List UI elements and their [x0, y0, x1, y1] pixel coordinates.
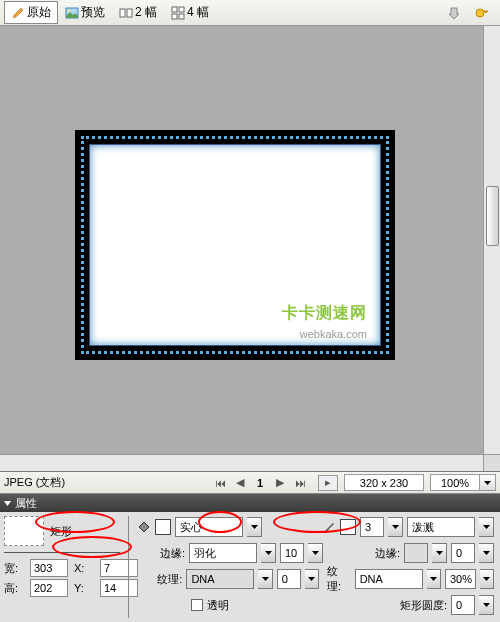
tab-two-up[interactable]: 2 幅: [112, 1, 164, 24]
y-label: Y:: [74, 582, 98, 594]
tab-four-up-label: 4 幅: [187, 4, 209, 21]
pencil-icon: [11, 6, 25, 20]
texture-dropdown-l[interactable]: [258, 569, 272, 589]
tab-two-up-label: 2 幅: [135, 4, 157, 21]
roundness-input[interactable]: 0: [451, 595, 475, 615]
edge-amount-input[interactable]: 10: [280, 543, 304, 563]
fill-type-combo[interactable]: 实心: [175, 517, 243, 537]
width-input[interactable]: [30, 559, 68, 577]
svg-rect-5: [179, 7, 184, 12]
settings-button[interactable]: [468, 3, 496, 23]
nav-page: 1: [250, 475, 270, 491]
texture-combo-r[interactable]: DNA: [355, 569, 423, 589]
vertical-scrollbar[interactable]: [483, 26, 500, 471]
texture-combo-l[interactable]: DNA: [186, 569, 254, 589]
x-label: X:: [74, 562, 98, 574]
tab-original[interactable]: 原始: [4, 1, 58, 24]
nav-next[interactable]: ▶: [270, 475, 290, 491]
svg-rect-6: [172, 14, 177, 19]
image-preview: 卡卡测速网 webkaka.com: [75, 130, 395, 360]
texture-dropdown-r[interactable]: [427, 569, 441, 589]
four-up-icon: [171, 6, 185, 20]
stroke-edge-val-btn[interactable]: [479, 543, 494, 563]
watermark-text: 卡卡测速网: [282, 303, 367, 324]
fill-type-dropdown[interactable]: [247, 517, 262, 537]
texture-val-btn-r[interactable]: [480, 569, 494, 589]
x-input[interactable]: [100, 559, 138, 577]
canvas-area[interactable]: 卡卡测速网 webkaka.com: [0, 26, 500, 472]
edge-amount-btn[interactable]: [308, 543, 323, 563]
status-dimensions: 320 x 230: [344, 474, 424, 491]
properties-title: 属性: [15, 496, 37, 511]
svg-point-8: [476, 9, 484, 17]
transparent-checkbox[interactable]: [191, 599, 203, 611]
stroke-edge-dropdown[interactable]: [432, 543, 447, 563]
stroke-icon: [322, 520, 336, 534]
stroke-edge-label: 边缘:: [375, 546, 400, 561]
height-label: 高:: [4, 581, 28, 596]
stroke-width-btn[interactable]: [388, 517, 403, 537]
height-input[interactable]: [30, 579, 68, 597]
svg-point-1: [68, 9, 70, 11]
properties-panel-header[interactable]: 属性: [0, 494, 500, 512]
width-label: 宽:: [4, 561, 28, 576]
zoom-dropdown[interactable]: [480, 474, 496, 491]
shape-thumbnail: [4, 516, 44, 546]
tab-preview[interactable]: 预览: [58, 1, 112, 24]
edge-type-dropdown[interactable]: [261, 543, 276, 563]
export-icon: [447, 6, 461, 20]
tab-four-up[interactable]: 4 幅: [164, 1, 216, 24]
wizard-icon: [475, 6, 489, 20]
edge-label: 边缘:: [137, 546, 185, 561]
page-menu[interactable]: ▸: [318, 475, 338, 491]
shape-type-label: 矩形: [50, 524, 72, 539]
stroke-type-dropdown[interactable]: [479, 517, 494, 537]
texture-val-l[interactable]: 0: [277, 569, 301, 589]
svg-rect-3: [127, 9, 132, 17]
stroke-edge-val[interactable]: 0: [451, 543, 475, 563]
scroll-corner: [483, 454, 500, 471]
texture-val-r[interactable]: 30%: [445, 569, 476, 589]
texture-label-r: 纹理:: [327, 564, 351, 594]
texture-val-btn-l[interactable]: [305, 569, 319, 589]
horizontal-scrollbar[interactable]: [0, 454, 483, 471]
texture-label-l: 纹理:: [137, 572, 182, 587]
export-button[interactable]: [440, 3, 468, 23]
roundness-label: 矩形圆度:: [400, 598, 447, 613]
svg-rect-4: [172, 7, 177, 12]
fill-color-swatch[interactable]: [155, 519, 171, 535]
status-format: JPEG (文档): [4, 475, 65, 490]
watermark-sub: webkaka.com: [300, 328, 367, 340]
status-zoom: 100%: [430, 474, 480, 491]
svg-rect-7: [179, 14, 184, 19]
two-up-icon: [119, 6, 133, 20]
stroke-edge-combo[interactable]: [404, 543, 428, 563]
tab-preview-label: 预览: [81, 4, 105, 21]
image-icon: [65, 6, 79, 20]
svg-rect-2: [120, 9, 125, 17]
y-input[interactable]: [100, 579, 138, 597]
roundness-btn[interactable]: [479, 595, 494, 615]
nav-last[interactable]: ⏭: [290, 475, 310, 491]
nav-first[interactable]: ⏮: [210, 475, 230, 491]
edge-type-combo[interactable]: 羽化: [189, 543, 257, 563]
stroke-color-swatch[interactable]: [340, 519, 356, 535]
stroke-width-input[interactable]: 3: [360, 517, 384, 537]
transparent-label: 透明: [207, 598, 229, 613]
triangle-down-icon: [4, 500, 11, 507]
nav-prev[interactable]: ◀: [230, 475, 250, 491]
stroke-type-combo[interactable]: 泼溅: [407, 517, 475, 537]
tab-original-label: 原始: [27, 4, 51, 21]
fill-icon: [137, 520, 151, 534]
